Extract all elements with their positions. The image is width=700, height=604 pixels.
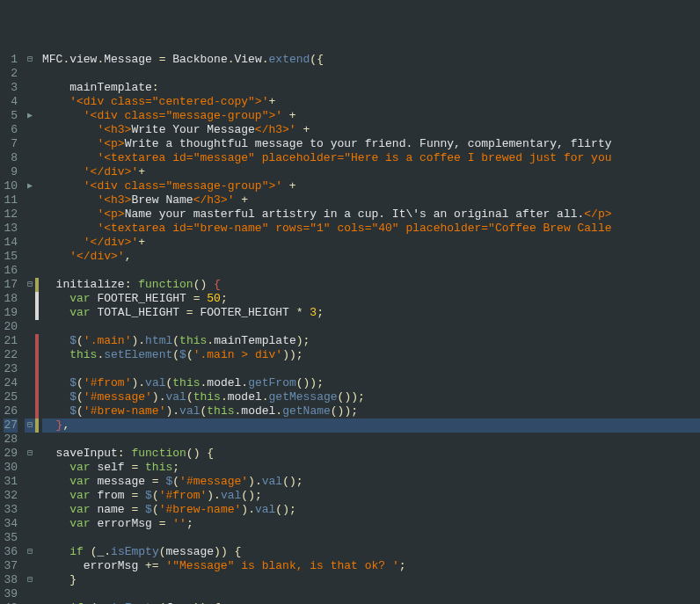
code-line[interactable]: [42, 320, 700, 334]
line-number[interactable]: 31: [4, 475, 18, 489]
code-line[interactable]: var self = this;: [42, 461, 700, 475]
code-line[interactable]: }: [42, 573, 700, 587]
code-line[interactable]: if (_.isEmpty(message)) {: [42, 545, 700, 559]
code-line[interactable]: this.setElement($('.main > div'));: [42, 348, 700, 362]
line-number[interactable]: 8: [4, 151, 18, 165]
code-line[interactable]: var from = $('#from').val();: [42, 489, 700, 503]
token-var: Backbone: [165, 53, 227, 66]
fold-marker[interactable]: ⊟: [25, 53, 35, 67]
code-line[interactable]: [42, 587, 700, 601]
line-number[interactable]: 15: [4, 250, 18, 264]
line-number[interactable]: 7: [4, 137, 18, 151]
fold-marker[interactable]: ⊟: [25, 278, 35, 292]
fold-marker[interactable]: ⊟: [25, 573, 35, 587]
line-number[interactable]: 17: [4, 278, 18, 292]
line-number[interactable]: 36: [4, 545, 18, 559]
code-line[interactable]: '<textarea id="message" placeholder="Her…: [42, 151, 700, 165]
line-number[interactable]: 33: [4, 503, 18, 517]
code-line[interactable]: var message = $('#message').val();: [42, 475, 700, 489]
code-line[interactable]: '<h3>Brew Name</h3>' +: [42, 193, 700, 207]
line-number[interactable]: 22: [4, 348, 18, 362]
line-number[interactable]: 1: [4, 53, 18, 67]
line-number[interactable]: 35: [4, 531, 18, 545]
line-number[interactable]: 3: [4, 81, 18, 95]
code-line[interactable]: var errorMsg = '';: [42, 517, 700, 531]
code-line[interactable]: '<p>Write a thoughtful message to your f…: [42, 137, 700, 151]
token-punc: (: [172, 475, 179, 488]
code-line[interactable]: '<p>Name your masterful artistry in a cu…: [42, 207, 700, 222]
code-line[interactable]: '<div class="message-group">' +: [42, 179, 700, 193]
token-op: +: [289, 179, 296, 193]
code-area[interactable]: MFC.view.Message = Backbone.View.extend(…: [39, 53, 700, 604]
code-line[interactable]: mainTemplate:: [42, 81, 700, 95]
code-line[interactable]: [42, 67, 700, 81]
token-num: 3: [310, 306, 317, 319]
code-editor[interactable]: 1234567891011121314151617181920212223242…: [0, 53, 700, 604]
line-number[interactable]: 37: [4, 559, 18, 573]
token-kw: var: [69, 306, 90, 319]
code-line[interactable]: '</div>'+: [42, 236, 700, 250]
code-line[interactable]: var TOTAL_HEIGHT = FOOTER_HEIGHT * 3;: [42, 306, 700, 320]
fold-marker[interactable]: ⊟: [25, 447, 35, 461]
code-line[interactable]: [42, 264, 700, 278]
line-number[interactable]: 5: [4, 109, 18, 123]
token-var: [42, 404, 69, 418]
line-number[interactable]: 6: [4, 123, 18, 137]
line-number[interactable]: 23: [4, 362, 18, 376]
code-line[interactable]: [42, 362, 700, 376]
line-number[interactable]: 11: [4, 193, 18, 207]
code-line[interactable]: var name = $('#brew-name').val();: [42, 503, 700, 517]
line-number[interactable]: 39: [4, 587, 18, 601]
line-number[interactable]: 12: [4, 207, 18, 222]
code-line[interactable]: saveInput: function() {: [42, 447, 700, 461]
token-op: *: [296, 306, 303, 319]
fold-marker[interactable]: ⊟: [25, 418, 35, 433]
line-number[interactable]: 29: [4, 447, 18, 461]
fold-column[interactable]: ⊟ ▶ ▶ ⊟ ⊟ ⊟ ⊟ ⊟ ⊟ ⊟: [25, 53, 35, 604]
line-number[interactable]: 4: [4, 95, 18, 109]
line-number[interactable]: 20: [4, 320, 18, 334]
line-number[interactable]: 34: [4, 517, 18, 531]
line-number[interactable]: 30: [4, 461, 18, 475]
code-line[interactable]: '<h3>Write Your Message</h3>' +: [42, 123, 700, 137]
line-number[interactable]: 18: [4, 292, 18, 306]
code-line[interactable]: [42, 531, 700, 545]
line-number[interactable]: 27: [4, 418, 18, 433]
code-line[interactable]: MFC.view.Message = Backbone.View.extend(…: [42, 53, 700, 67]
code-line[interactable]: [42, 433, 700, 447]
code-line[interactable]: $('#brew-name').val(this.model.getName()…: [42, 404, 700, 418]
line-number[interactable]: 16: [4, 264, 18, 278]
code-line[interactable]: $('#message').val(this.model.getMessage(…: [42, 390, 700, 404]
code-line[interactable]: '<div class="message-group">' +: [42, 109, 700, 123]
token-punc: (: [159, 545, 166, 558]
code-line[interactable]: '<div class="centered-copy">'+: [42, 95, 700, 109]
line-number[interactable]: 9: [4, 165, 18, 179]
line-number[interactable]: 26: [4, 404, 18, 418]
line-number[interactable]: 24: [4, 376, 18, 390]
line-number[interactable]: 2: [4, 67, 18, 81]
code-line[interactable]: errorMsg += '"Message" is blank, is that…: [42, 559, 700, 573]
token-dot: .: [262, 53, 269, 66]
code-line[interactable]: },: [42, 418, 700, 433]
line-number-gutter[interactable]: 1234567891011121314151617181920212223242…: [0, 53, 25, 604]
fold-marker[interactable]: ▶: [25, 179, 35, 193]
code-line[interactable]: $('.main').html(this.mainTemplate);: [42, 334, 700, 348]
fold-marker[interactable]: ▶: [25, 109, 35, 123]
code-line[interactable]: '</div>',: [42, 250, 700, 264]
code-line[interactable]: initialize: function() {: [42, 278, 700, 292]
line-number[interactable]: 32: [4, 489, 18, 503]
fold-marker[interactable]: ⊟: [25, 545, 35, 559]
line-number[interactable]: 38: [4, 573, 18, 587]
code-line[interactable]: var FOOTER_HEIGHT = 50;: [42, 292, 700, 306]
code-line[interactable]: '<textarea id="brew-name" rows="1" cols=…: [42, 222, 700, 236]
line-number[interactable]: 25: [4, 390, 18, 404]
line-number[interactable]: 19: [4, 306, 18, 320]
code-line[interactable]: $('#from').val(this.model.getFrom());: [42, 376, 700, 390]
line-number[interactable]: 21: [4, 334, 18, 348]
line-number[interactable]: 28: [4, 433, 18, 447]
line-number[interactable]: 10: [4, 179, 18, 193]
line-number[interactable]: 13: [4, 222, 18, 236]
code-line[interactable]: '</div>'+: [42, 165, 700, 179]
line-number[interactable]: 14: [4, 236, 18, 250]
token-str: '#message': [179, 475, 248, 488]
